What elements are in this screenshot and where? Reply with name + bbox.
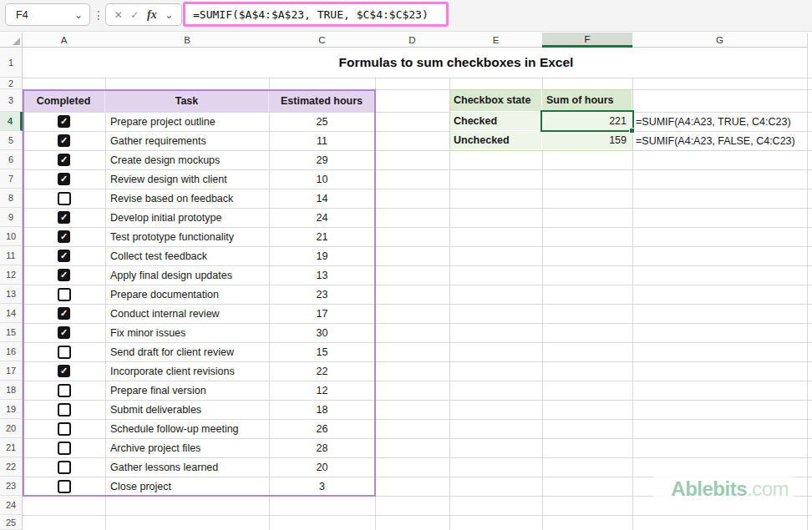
cell-A9[interactable]: ✓ [23,208,105,227]
checkbox-unchecked[interactable] [58,346,71,359]
cell-A21[interactable] [23,438,105,457]
row-header-11[interactable]: 11 [0,246,23,265]
hours-cell[interactable]: 19 [269,246,375,265]
column-header-F[interactable]: F [542,33,633,48]
column-header-E[interactable]: E [449,33,543,48]
task-cell[interactable]: Develop initial prototype [110,208,269,227]
checkbox-checked[interactable]: ✓ [58,365,70,377]
task-cell[interactable]: Close project [110,477,269,496]
cell-A22[interactable] [23,457,105,477]
cell-A23[interactable] [23,477,105,496]
checkbox-checked[interactable]: ✓ [58,269,70,281]
checkbox-unchecked[interactable] [58,461,71,474]
row-header-4[interactable]: 4 [0,112,23,131]
column-header-G[interactable]: G [632,33,808,48]
row-header-20[interactable]: 20 [0,419,23,438]
task-cell[interactable]: Review design with client [110,169,269,189]
row-header-15[interactable]: 15 [0,323,23,342]
cell-A20[interactable] [23,419,105,438]
cell-A15[interactable]: ✓ [23,323,105,342]
checkbox-unchecked[interactable] [58,288,71,301]
cell-A5[interactable]: ✓ [23,131,105,150]
hours-cell[interactable]: 3 [269,477,375,496]
hours-cell[interactable]: 30 [269,323,375,342]
hours-cell[interactable]: 17 [269,304,375,323]
hours-cell[interactable]: 14 [269,189,375,208]
hours-cell[interactable]: 15 [269,342,375,361]
checkbox-unchecked[interactable] [58,384,71,397]
hours-cell[interactable]: 21 [269,227,375,246]
checkbox-checked[interactable]: ✓ [58,250,70,262]
task-cell[interactable]: Submit deliverables [110,400,269,419]
summary-value-cell[interactable]: 221 [542,112,632,131]
cell-A17[interactable]: ✓ [23,361,105,381]
hours-cell[interactable]: 18 [269,400,375,419]
cell-A14[interactable]: ✓ [23,304,105,323]
row-header-13[interactable]: 13 [0,285,23,304]
checkbox-checked[interactable]: ✓ [58,115,70,128]
hours-cell[interactable]: 22 [269,361,375,381]
task-cell[interactable]: Prepare project outline [110,112,269,131]
hours-cell[interactable]: 13 [269,265,375,285]
checkbox-checked[interactable]: ✓ [58,134,70,147]
row-header-19[interactable]: 19 [0,400,23,419]
row-header-24[interactable]: 24 [0,496,23,515]
column-header-C[interactable]: C [269,33,376,48]
hours-cell[interactable]: 12 [269,381,375,400]
task-cell[interactable]: Prepare documentation [110,285,269,304]
row-header-10[interactable]: 10 [0,227,23,246]
checkbox-unchecked[interactable] [58,442,71,455]
checkbox-checked[interactable]: ✓ [58,307,70,320]
task-cell[interactable]: Conduct internal review [110,304,269,323]
summary-value-cell[interactable]: 159 [542,131,632,150]
checkbox-unchecked[interactable] [58,422,71,436]
checkbox-checked[interactable]: ✓ [58,230,70,243]
row-header-2[interactable]: 2 [0,78,23,89]
hours-cell[interactable]: 10 [269,169,375,189]
row-header-22[interactable]: 22 [0,457,23,477]
task-cell[interactable]: Prepare final version [110,381,269,400]
summary-state-cell[interactable]: Checked [449,112,542,131]
task-cell[interactable]: Send draft for client review [110,342,269,361]
row-header-21[interactable]: 21 [0,438,23,457]
hours-cell[interactable]: 28 [269,438,375,457]
column-header-A[interactable]: A [23,33,106,48]
row-header-1[interactable]: 1 [0,48,23,78]
row-header-23[interactable]: 23 [0,477,23,496]
hours-cell[interactable]: 26 [269,419,375,438]
cell-A8[interactable] [23,189,105,208]
checkbox-unchecked[interactable] [58,192,71,205]
row-header-7[interactable]: 7 [0,169,23,189]
task-cell[interactable]: Schedule follow-up meeting [110,419,269,438]
row-header-25[interactable]: 25 [0,515,23,530]
checkbox-checked[interactable]: ✓ [58,154,70,166]
task-cell[interactable]: Gather requirements [110,131,269,150]
checkbox-checked[interactable]: ✓ [58,173,70,185]
task-cell[interactable]: Create design mockups [110,150,269,169]
task-cell[interactable]: Gather lessons learned [110,457,269,477]
column-header-D[interactable]: D [375,33,450,48]
row-header-16[interactable]: 16 [0,342,23,361]
task-cell[interactable]: Fix minor issues [110,323,269,342]
fill-handle[interactable] [629,128,635,134]
checkbox-checked[interactable]: ✓ [58,326,70,339]
hours-cell[interactable]: 23 [269,285,375,304]
row-header-9[interactable]: 9 [0,208,23,227]
summary-state-cell[interactable]: Unchecked [449,131,542,150]
hours-cell[interactable]: 25 [269,112,375,131]
cell-A13[interactable] [23,285,105,304]
hours-cell[interactable]: 24 [269,208,375,227]
row-header-8[interactable]: 8 [0,189,23,208]
row-header-3[interactable]: 3 [0,89,23,112]
checkbox-checked[interactable]: ✓ [58,211,70,224]
row-header-5[interactable]: 5 [0,131,23,150]
checkbox-unchecked[interactable] [58,403,71,416]
cell-A18[interactable] [23,381,105,400]
task-cell[interactable]: Revise based on feedback [110,189,269,208]
cell-A11[interactable]: ✓ [23,246,105,265]
task-cell[interactable]: Test prototype functionality [110,227,269,246]
row-header-6[interactable]: 6 [0,150,23,169]
cell-A10[interactable]: ✓ [23,227,105,246]
row-header-18[interactable]: 18 [0,381,23,400]
row-header-12[interactable]: 12 [0,265,23,285]
